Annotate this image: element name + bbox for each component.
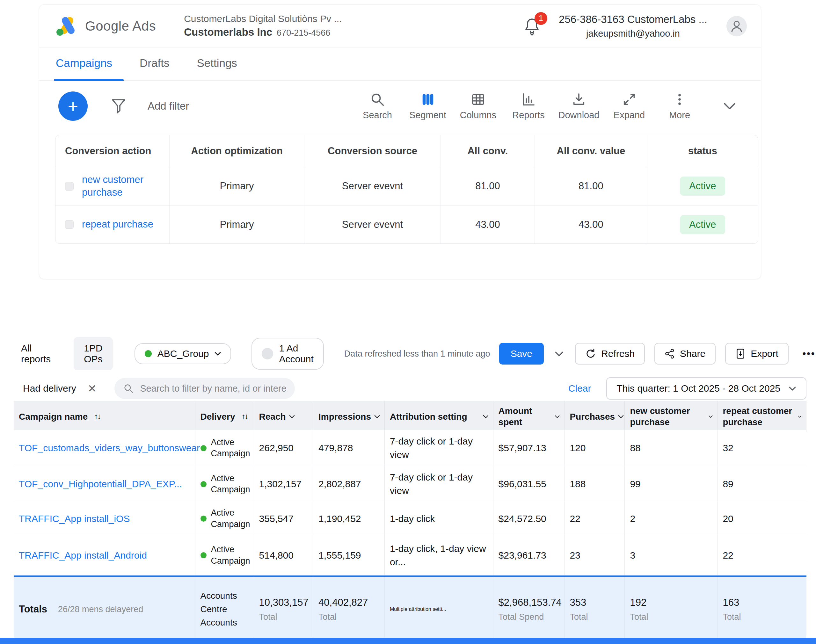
purchases-value: 188 [564, 466, 625, 502]
tab-drafts[interactable]: Drafts [140, 57, 169, 80]
group-selector[interactable]: ABC_Group [135, 343, 232, 364]
report-name-chip[interactable]: 1PD OPs [74, 337, 112, 370]
attribution-value: 1-day click [385, 502, 494, 535]
delivery-status: Active Campaign [211, 473, 249, 495]
add-filter-button[interactable]: Add filter [147, 100, 189, 112]
col-all-conv-value[interactable]: All conv. value [535, 135, 647, 167]
repeat-customer-purchase-value: 22 [718, 535, 807, 575]
google-ads-logo-text: Google Ads [85, 18, 156, 34]
search-box[interactable] [114, 378, 295, 399]
search-input[interactable] [140, 383, 286, 394]
remove-filter-icon[interactable]: ✕ [87, 382, 97, 395]
chevron-down-icon [483, 415, 489, 419]
totals-repeat-customer: 163 [722, 597, 802, 608]
col-attribution-setting[interactable]: Attribution setting [390, 411, 467, 422]
chevron-down-icon [618, 415, 624, 419]
col-action-optimization[interactable]: Action optimization [169, 135, 304, 167]
customer-id-text: 256-386-3163 CustomerLabs ... [559, 12, 707, 27]
columns-tool[interactable]: Columns [453, 92, 503, 120]
bottom-scroll-strip[interactable] [0, 638, 816, 644]
delivery-status: Active Campaign [211, 437, 249, 459]
repeat-customer-purchase-value: 89 [718, 466, 807, 502]
all-reports-link[interactable]: All reports [21, 343, 51, 365]
conversion-row: new customer purchase Primary Server eve… [55, 167, 758, 205]
col-conversion-action[interactable]: Conversion action [55, 135, 169, 167]
reports-tool[interactable]: Reports [503, 92, 554, 120]
row-checkbox[interactable] [65, 182, 74, 190]
all-conv-value: 43.00 [440, 205, 535, 244]
conversion-action-link[interactable]: repeat purchase [82, 218, 153, 231]
totals-purchases: 353 [570, 597, 620, 608]
source-value: Server evevnt [304, 205, 440, 244]
tab-campaigns[interactable]: Campaigns [56, 57, 112, 80]
totals-new-customer: 192 [630, 597, 713, 608]
col-campaign-name[interactable]: Campaign name↑↓ [19, 411, 100, 422]
all-conv-value-value: 81.00 [535, 167, 647, 205]
clear-filters-link[interactable]: Clear [568, 383, 591, 394]
campaign-row: TOF_conv_Highpotentiall_DPA_EXP... Activ… [14, 466, 807, 502]
date-range-selector[interactable]: This quarter: 1 Oct 2025 - 28 Oct 2025 [606, 377, 807, 400]
row-checkbox[interactable] [65, 220, 74, 229]
totals-note: 26/28 mens delayered [58, 604, 143, 614]
ad-account-selector[interactable]: 1 Ad Account [252, 338, 324, 370]
more-options-button[interactable]: ••• [802, 348, 816, 359]
impressions-value: 1,555,159 [313, 535, 385, 575]
notification-count-badge: 1 [535, 12, 547, 25]
campaign-link[interactable]: TRAFFIC_App install_iOS [19, 513, 190, 524]
collapse-chevron-icon[interactable] [722, 102, 737, 110]
google-ads-tabbar: Campaigns Drafts Settings [39, 48, 761, 81]
campaign-row: TOF_customads_viders_way_buttonswear Act… [14, 430, 807, 466]
refresh-button[interactable]: Refresh [575, 343, 645, 365]
col-status[interactable]: status [647, 135, 758, 167]
campaign-link[interactable]: TOF_customads_viders_way_buttonswear [19, 443, 190, 454]
notifications-button[interactable]: 1 [523, 17, 541, 36]
optimization-value: Primary [169, 167, 304, 205]
all-conv-value: 81.00 [440, 167, 535, 205]
col-new-customer-purchase[interactable]: new customer purchase [630, 405, 706, 428]
repeat-customer-purchase-value: 20 [718, 502, 807, 535]
filter-icon[interactable] [110, 98, 127, 114]
download-tool[interactable]: Download [554, 92, 604, 120]
tab-settings[interactable]: Settings [197, 57, 237, 80]
col-all-conv[interactable]: All conv. [440, 135, 535, 167]
google-ads-panel: Google Ads CustomerLabs Digital Solutiòn… [39, 5, 761, 279]
col-reach[interactable]: Reach [259, 411, 295, 422]
reach-value: 355,547 [254, 502, 314, 535]
sort-icon: ↑↓ [94, 411, 100, 421]
add-button[interactable]: + [58, 92, 87, 121]
search-tool[interactable]: Search [352, 92, 403, 120]
col-repeat-customer-purchase[interactable]: repeat customer purchase [722, 405, 795, 428]
col-impressions[interactable]: Impressions [318, 411, 380, 422]
col-purchases[interactable]: Purchases [570, 411, 624, 422]
export-button[interactable]: Export [725, 343, 788, 365]
avatar[interactable] [726, 16, 747, 36]
totals-row: Totals 26/28 mens delayered Accounts Cen… [14, 575, 807, 642]
share-button[interactable]: Share [654, 343, 716, 365]
expand-tool[interactable]: Expand [604, 92, 654, 120]
totals-attribution: Multiple attribution setti... [385, 577, 494, 642]
sort-icon: ↑↓ [241, 411, 247, 421]
conversion-action-link[interactable]: new customer purchase [82, 173, 155, 199]
more-tool[interactable]: More [654, 92, 705, 120]
save-dropdown-chevron-icon[interactable] [555, 351, 564, 357]
col-conversion-source[interactable]: Conversion source [304, 135, 440, 167]
segment-tool[interactable]: Segment [403, 92, 453, 120]
columns-icon [471, 92, 485, 107]
account-id: 670-215-4566 [277, 28, 330, 38]
col-delivery[interactable]: Delivery↑↓ [201, 411, 248, 422]
amount-spent-value: $23,961.73 [494, 535, 565, 575]
totals-reach: 10,303,157 [259, 597, 309, 608]
campaign-link[interactable]: TOF_conv_Highpotentiall_DPA_EXP... [19, 478, 190, 489]
col-amount-spent[interactable]: Amount spent [498, 405, 552, 428]
conversion-actions-table: Conversion action Action optimization Co… [55, 135, 758, 244]
had-delivery-filter[interactable]: Had delivery [23, 383, 76, 394]
account-group-name: CustomerLabs Digital Solutiòns Pv ... [184, 12, 342, 26]
conversion-row: repeat purchase Primary Server evevnt 43… [55, 205, 758, 244]
campaigns-report-table: Campaign name↑↓ Delivery↑↓ Reach Impress… [14, 401, 807, 642]
campaign-link[interactable]: TRAFFIC_App install_Android [19, 550, 190, 561]
save-button[interactable]: Save [499, 343, 544, 365]
new-customer-purchase-value: 3 [625, 535, 718, 575]
share-icon [664, 349, 675, 359]
account-info-right: 256-386-3163 CustomerLabs ... jakeupsmit… [559, 12, 707, 40]
attribution-value: 7-day click or 1-day view [385, 430, 494, 466]
